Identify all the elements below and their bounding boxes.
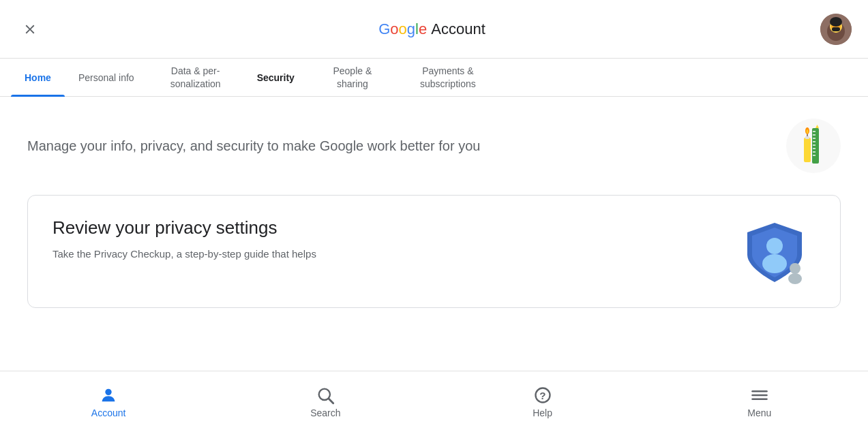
tab-security[interactable]: Security <box>243 59 308 97</box>
bottom-nav-menu[interactable]: Menu <box>651 380 868 424</box>
privacy-shield-svg <box>734 217 815 286</box>
account-title-text: Account <box>431 20 485 38</box>
hero-text: Manage your info, privacy, and security … <box>27 136 480 156</box>
svg-point-23 <box>790 263 800 274</box>
tab-payments[interactable]: Payments & subscriptions <box>397 59 499 97</box>
bottom-nav-account[interactable]: Account <box>0 380 217 424</box>
svg-rect-16 <box>805 136 809 139</box>
svg-rect-9 <box>813 138 815 139</box>
close-button[interactable] <box>16 16 44 43</box>
svg-rect-4 <box>832 27 840 31</box>
svg-point-5 <box>830 17 842 27</box>
svg-point-19 <box>807 129 809 134</box>
search-icon <box>316 386 335 405</box>
svg-point-25 <box>105 388 111 395</box>
help-icon: ? <box>533 386 552 405</box>
svg-point-24 <box>788 273 802 284</box>
svg-rect-7 <box>813 131 815 132</box>
tab-data-personalization[interactable]: Data & per­sonalization <box>148 59 243 97</box>
svg-point-22 <box>762 254 787 273</box>
bottom-nav-menu-label: Menu <box>747 407 771 418</box>
avatar-image <box>820 14 852 45</box>
privacy-card-title: Review your privacy settings <box>53 217 316 238</box>
privacy-card-text: Review your privacy settings Take the Pr… <box>53 217 316 262</box>
svg-rect-15 <box>804 138 811 162</box>
tab-home[interactable]: Home <box>11 59 65 97</box>
svg-rect-11 <box>813 144 815 146</box>
bottom-nav-search[interactable]: Search <box>217 380 434 424</box>
svg-line-27 <box>329 399 333 403</box>
tools-illustration <box>786 119 841 173</box>
navigation-tabs: Home Personal info Data & per­sonalizati… <box>0 59 868 97</box>
privacy-shield-illustration <box>734 217 815 286</box>
bottom-nav-help[interactable]: ? Help <box>434 380 651 424</box>
bottom-nav-help-label: Help <box>533 407 552 418</box>
account-icon <box>99 386 118 405</box>
svg-rect-12 <box>813 148 815 149</box>
svg-point-21 <box>766 238 783 254</box>
svg-marker-20 <box>815 125 819 128</box>
tools-svg <box>790 123 837 169</box>
tab-personal-info[interactable]: Personal info <box>65 59 148 97</box>
svg-rect-13 <box>813 151 815 153</box>
main-content: Manage your info, privacy, and security … <box>0 97 868 319</box>
header-title: Google Account <box>378 20 485 38</box>
avatar[interactable] <box>820 14 852 45</box>
privacy-card-description: Take the Privacy Checkup, a step-by-step… <box>53 247 316 262</box>
svg-text:?: ? <box>539 389 545 401</box>
svg-rect-14 <box>813 155 815 156</box>
svg-rect-10 <box>813 141 815 142</box>
hero-section: Manage your info, privacy, and security … <box>27 119 841 173</box>
header: Google Account <box>0 0 868 59</box>
bottom-nav-search-label: Search <box>310 407 340 418</box>
privacy-card[interactable]: Review your privacy settings Take the Pr… <box>27 195 841 308</box>
bottom-nav-account-label: Account <box>91 407 126 418</box>
google-logo: Google <box>378 20 427 38</box>
svg-rect-8 <box>813 134 815 136</box>
menu-icon <box>750 386 769 405</box>
tab-people-sharing[interactable]: People & sharing <box>308 59 397 97</box>
bottom-navigation: Account Search ? Help Me <box>0 371 868 432</box>
